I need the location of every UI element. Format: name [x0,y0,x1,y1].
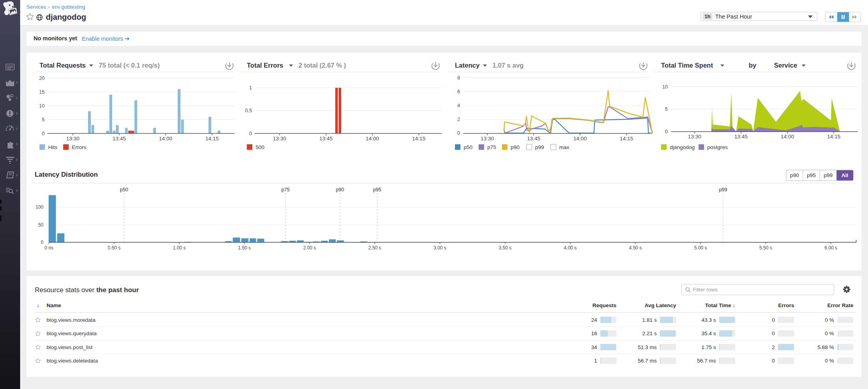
svg-text:p95: p95 [807,172,816,178]
svg-text:p99: p99 [824,172,833,178]
svg-text:Errors: Errors [778,302,794,308]
svg-text:All: All [842,172,848,178]
svg-text:4.00 s: 4.00 s [564,245,577,251]
svg-text:1: 1 [594,358,597,364]
svg-text:0 %: 0 % [825,317,834,323]
svg-text:1: 1 [249,85,252,91]
svg-text:0 %: 0 % [825,358,834,364]
svg-text:Resource stats over the past h: Resource stats over the past hour [35,286,139,294]
svg-text:20: 20 [39,76,45,81]
svg-text:14:00: 14:00 [781,134,794,140]
svg-text:14:15: 14:15 [620,136,633,142]
svg-text:56.7 ms: 56.7 ms [638,358,657,364]
svg-text:p90: p90 [336,187,344,193]
svg-text:Service: Service [774,62,797,69]
svg-text:6.00 s: 6.00 s [825,245,838,251]
svg-text:2.50 s: 2.50 s [368,245,381,251]
svg-text:Latency Distribution: Latency Distribution [35,171,98,178]
svg-text:0: 0 [249,131,252,136]
svg-text:13:45: 13:45 [113,136,126,142]
svg-text:14:00: 14:00 [573,136,587,142]
svg-text:Total Requests: Total Requests [39,62,86,69]
svg-text:blog.views.deletedata: blog.views.deletedata [47,358,98,364]
svg-text:14:15: 14:15 [412,136,426,142]
svg-text:10: 10 [662,84,668,90]
svg-text:Total Time ↓: Total Time ↓ [705,302,735,308]
svg-text:51.3 ms: 51.3 ms [638,344,657,350]
svg-text:5.88 %: 5.88 % [817,344,834,350]
svg-text:Total Errors: Total Errors [247,62,283,69]
svg-text:4.50 s: 4.50 s [629,245,642,251]
svg-text:16: 16 [591,330,597,336]
svg-text:34: 34 [591,344,597,350]
svg-text:5.50 s: 5.50 s [759,245,772,251]
svg-text:p99: p99 [535,144,544,150]
svg-text:1.81 s: 1.81 s [642,317,657,323]
svg-text:14:15: 14:15 [205,136,219,142]
svg-text:13:30: 13:30 [66,136,80,142]
svg-text:p99: p99 [719,187,727,193]
svg-text:14:00: 14:00 [366,136,379,142]
svg-text:15: 15 [39,89,45,95]
svg-text:56.7 ms: 56.7 ms [697,358,716,364]
svg-text:14:00: 14:00 [159,136,173,142]
svg-text:3.50 s: 3.50 s [499,245,512,251]
svg-text:Total Time Spent: Total Time Spent [661,62,713,69]
svg-text:2.21 s: 2.21 s [642,330,657,336]
svg-text:Error Rate: Error Rate [827,302,854,308]
svg-text:Latency: Latency [455,62,480,69]
svg-text:5: 5 [42,117,45,123]
svg-text:13:45: 13:45 [319,136,333,142]
svg-text:0: 0 [772,358,775,364]
svg-text:1.75 s: 1.75 s [701,344,716,350]
svg-text:500: 500 [256,144,265,150]
svg-text:Requests: Requests [592,302,616,308]
svg-text:p50: p50 [464,144,473,150]
svg-text:13:45: 13:45 [735,134,748,140]
svg-text:djangodog: djangodog [670,144,695,150]
svg-text:2 total (2.67 % ): 2 total (2.67 % ) [299,62,346,69]
svg-text:0 ns: 0 ns [45,245,54,251]
svg-text:Name: Name [47,302,61,308]
svg-text:p50: p50 [120,187,128,193]
svg-text:13:45: 13:45 [527,136,541,142]
svg-text:50: 50 [38,222,44,228]
svg-text:0.5: 0.5 [245,108,252,113]
svg-text:0: 0 [772,317,775,323]
svg-text:6: 6 [457,89,460,94]
svg-text:blog.views.querydata: blog.views.querydata [47,330,97,336]
svg-text:0: 0 [42,131,45,136]
svg-text:100: 100 [36,204,43,210]
svg-text:4: 4 [457,103,460,108]
svg-text:p75: p75 [282,187,290,193]
svg-text:24: 24 [591,317,597,323]
svg-text:by: by [749,62,757,69]
svg-text:p90: p90 [511,144,520,150]
svg-text:2: 2 [772,344,775,350]
svg-text:43.3 s: 43.3 s [701,317,716,323]
svg-text:5.00 s: 5.00 s [694,245,707,251]
svg-text:10: 10 [39,103,45,109]
svg-text:14:15: 14:15 [827,134,841,140]
svg-text:p95: p95 [373,187,381,193]
svg-text:0.50 s: 0.50 s [108,245,121,251]
svg-text:0 %: 0 % [825,330,834,336]
svg-text:5: 5 [665,106,668,112]
svg-text:1.07 s avg: 1.07 s avg [492,62,524,69]
svg-text:↓: ↓ [37,302,39,308]
svg-text:blog.views.moredata: blog.views.moredata [47,317,96,323]
svg-text:p90: p90 [790,172,799,178]
svg-text:Errors: Errors [72,144,86,150]
svg-text:75 total (< 0.1 req/s): 75 total (< 0.1 req/s) [99,62,160,69]
svg-text:2.00 s: 2.00 s [303,245,316,251]
svg-text:postgres: postgres [707,144,728,150]
svg-text:8: 8 [457,75,460,81]
svg-text:1.00 s: 1.00 s [173,245,186,251]
svg-text:max: max [559,144,569,150]
svg-text:Avg Latency: Avg Latency [644,302,676,308]
svg-text:35.4 s: 35.4 s [701,330,716,336]
svg-text:0: 0 [457,130,460,136]
svg-text:2: 2 [457,117,460,122]
svg-text:0: 0 [41,240,43,245]
svg-text:13:30: 13:30 [481,136,494,142]
